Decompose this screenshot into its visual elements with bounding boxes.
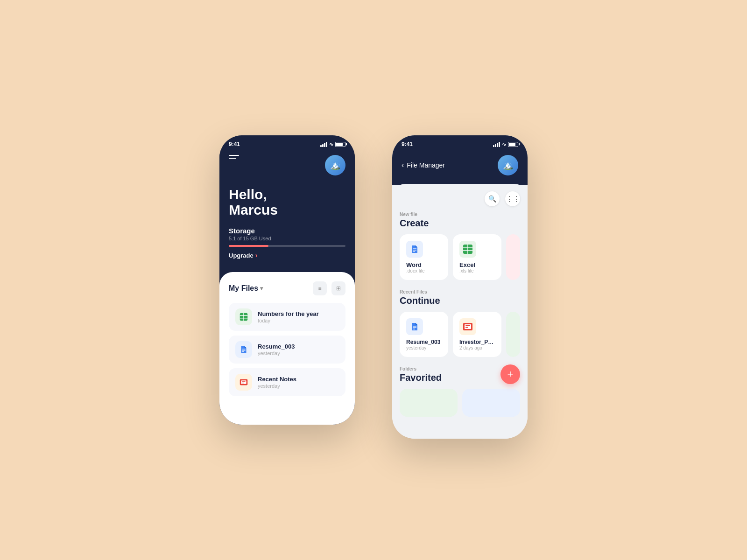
continue-card-resume[interactable]: Resume_003 yesterday (400, 312, 448, 357)
file-date-numbers: today (258, 318, 339, 323)
create-card-word[interactable]: Word .docx file (400, 234, 448, 280)
file-date-resume: yesterday (258, 350, 339, 356)
continue-word-icon (406, 318, 423, 335)
phone-right: 9:41 ∿ ‹ File Manager (392, 135, 528, 439)
storage-title: Storage (229, 227, 345, 235)
file-manager-header: ‹ File Manager 🏔️ (392, 150, 528, 185)
back-chevron-icon: ‹ (402, 161, 404, 169)
files-view-icons: ≡ ⊞ (313, 281, 345, 295)
svg-rect-26 (465, 325, 470, 326)
upgrade-button[interactable]: Upgrade › (229, 252, 345, 259)
status-icons-left: ∿ (320, 141, 345, 147)
files-title-chevron-icon: ▾ (260, 285, 263, 292)
file-date-notes: yesterday (258, 383, 339, 389)
fm-toolbar: 🔍 ⋮⋮ (400, 191, 520, 206)
filter-icon[interactable]: ⋮⋮ (505, 191, 520, 206)
greeting: Hello, Marcus (229, 187, 345, 217)
left-header: 🏔️ Hello, Marcus Storage 5.1 of 15 GB Us… (219, 150, 355, 272)
storage-section: Storage 5.1 of 15 GB Used Upgrade › (229, 227, 345, 259)
battery-icon (335, 142, 345, 147)
status-icons-right: ∿ (493, 141, 518, 147)
svg-rect-25 (465, 324, 471, 329)
excel-card-name: Excel (459, 261, 495, 268)
file-info-numbers: Numbers for the year today (258, 310, 339, 323)
word-card-name: Word (406, 261, 442, 268)
status-time-left: 9:41 (229, 141, 240, 147)
continue-card-investor-name: Investor_Pre.. (459, 339, 495, 345)
top-bar-left: 🏔️ (229, 155, 345, 175)
recent-files-label: Recent Files (400, 289, 520, 294)
continue-card-partial (506, 312, 520, 357)
storage-bar-fill (229, 245, 268, 247)
file-name-resume: Resume_003 (258, 343, 339, 350)
continue-cards: Resume_003 yesterday (400, 312, 520, 357)
word-icon (406, 241, 423, 258)
folder-card-1[interactable] (400, 389, 458, 417)
file-icon-excel (235, 308, 252, 325)
continue-card-investor-date: 2 days ago (459, 345, 495, 350)
phone-left: 9:41 ∿ (219, 135, 355, 425)
file-item-resume[interactable]: Resume_003 yesterday (229, 336, 345, 364)
continue-card-resume-date: yesterday (406, 345, 442, 350)
avatar-right[interactable]: 🏔️ (498, 155, 518, 175)
favorited-section: Folders Favorited + (400, 366, 520, 417)
excel-card-ext: .xls file (459, 268, 495, 273)
word-card-ext: .docx file (406, 268, 442, 273)
continue-title: Continue (400, 295, 520, 306)
excel-icon (459, 241, 476, 258)
signal-icon (320, 141, 327, 147)
file-name-numbers: Numbers for the year (258, 310, 339, 317)
avatar-left[interactable]: 🏔️ (325, 155, 345, 175)
battery-icon-right (508, 142, 518, 147)
files-title: My Files ▾ (229, 284, 263, 293)
hamburger-menu[interactable] (229, 155, 239, 159)
back-bar: ‹ File Manager 🏔️ (402, 153, 518, 177)
status-time-right: 9:41 (402, 141, 413, 147)
folder-card-2[interactable] (462, 389, 520, 417)
new-file-label: New file (400, 212, 520, 217)
screen-title: File Manager (407, 161, 445, 169)
file-item-notes[interactable]: Recent Notes yesterday (229, 368, 345, 396)
file-info-resume: Resume_003 yesterday (258, 343, 339, 356)
fm-inner: 🔍 ⋮⋮ New file Create (392, 184, 528, 439)
back-button[interactable]: ‹ File Manager (402, 161, 445, 169)
continue-card-resume-name: Resume_003 (406, 339, 442, 345)
file-name-notes: Recent Notes (258, 376, 339, 383)
create-title: Create (400, 218, 520, 229)
phones-container: 9:41 ∿ (219, 121, 528, 439)
file-icon-word (235, 341, 252, 358)
create-cards: Word .docx file Ex (400, 234, 520, 280)
list-view-icon[interactable]: ≡ (313, 281, 327, 295)
file-manager-content: 🔍 ⋮⋮ New file Create (392, 184, 528, 439)
storage-bar-bg (229, 245, 345, 247)
folder-cards (400, 389, 520, 417)
create-card-partial (506, 234, 520, 280)
file-icon-ppt (235, 374, 252, 391)
storage-used: 5.1 of 15 GB Used (229, 236, 345, 241)
status-bar-right: 9:41 ∿ (392, 135, 528, 150)
files-header: My Files ▾ ≡ ⊞ (229, 281, 345, 295)
search-icon[interactable]: 🔍 (485, 191, 500, 206)
continue-card-investor[interactable]: Investor_Pre.. 2 days ago (453, 312, 501, 357)
status-bar-left: 9:41 ∿ (219, 135, 355, 150)
wifi-icon-right: ∿ (502, 141, 506, 147)
continue-ppt-icon (459, 318, 476, 335)
grid-view-icon[interactable]: ⊞ (331, 281, 345, 295)
signal-icon-right (493, 141, 500, 147)
svg-rect-12 (242, 381, 245, 382)
upgrade-chevron-icon: › (255, 252, 258, 259)
svg-rect-11 (241, 380, 247, 384)
file-info-notes: Recent Notes yesterday (258, 376, 339, 389)
fab-button[interactable]: + (500, 364, 520, 384)
svg-rect-13 (242, 383, 244, 383)
file-item-numbers[interactable]: Numbers for the year today (229, 303, 345, 331)
svg-rect-27 (465, 327, 468, 328)
create-card-excel[interactable]: Excel .xls file (453, 234, 501, 280)
files-section: My Files ▾ ≡ ⊞ (219, 272, 355, 425)
wifi-icon: ∿ (329, 141, 333, 147)
